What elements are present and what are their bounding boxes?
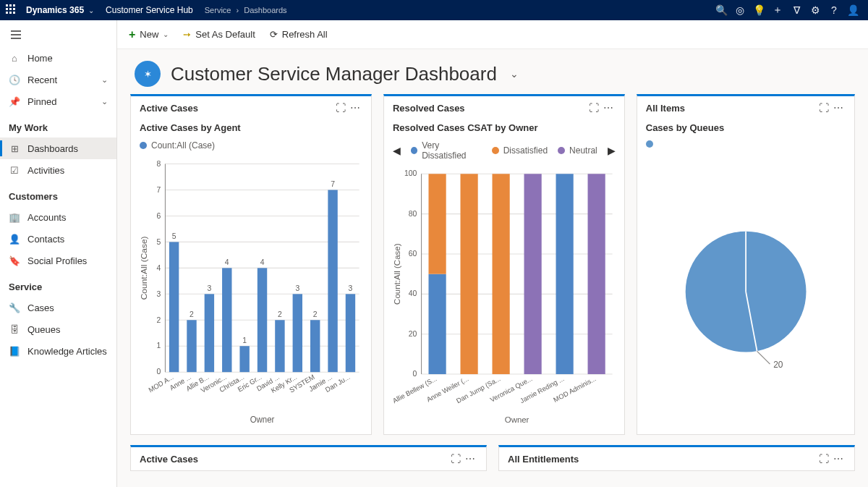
svg-text:4: 4 [225, 258, 229, 266]
sidebar-item-label: Accounts [27, 212, 108, 223]
svg-text:Owner: Owner [250, 415, 275, 424]
sidebar-item-contacts[interactable]: 👤 Contacts [0, 228, 116, 250]
sidebar-item-kb[interactable]: 📘 Knowledge Articles [0, 340, 116, 362]
chart-legend: ◀ Very Dissatisfied Dissatisfied Neutral… [384, 137, 624, 165]
svg-text:0: 0 [156, 367, 161, 376]
lightbulb-icon[interactable]: 💡 [749, 4, 768, 16]
sidebar-item-accounts[interactable]: 🏢 Accounts [0, 206, 116, 228]
contacts-icon: 👤 [9, 233, 20, 245]
chevron-down-icon[interactable]: ⌄ [510, 68, 519, 80]
svg-text:1: 1 [242, 336, 247, 344]
sidebar-item-pinned[interactable]: 📌 Pinned ⌄ [0, 90, 116, 112]
svg-rect-28 [205, 294, 214, 372]
card-title: Active Cases [140, 103, 333, 114]
chart-legend: Count:All (Case) [131, 137, 371, 155]
chart-legend [637, 137, 854, 152]
new-button[interactable]: + New ⌄ [129, 28, 169, 41]
add-icon[interactable]: ＋ [768, 4, 787, 17]
user-avatar-icon[interactable]: 👤 [843, 4, 862, 16]
more-icon[interactable]: ⋯ [831, 453, 846, 465]
accounts-icon: 🏢 [9, 211, 20, 223]
sidebar-item-queues[interactable]: 🗄 Queues [0, 318, 116, 340]
expand-icon[interactable]: ⛶ [817, 453, 831, 465]
sidebar-item-label: Social Profiles [27, 255, 108, 266]
pie-label: 20 [773, 360, 783, 370]
expand-icon[interactable]: ⛶ [448, 453, 463, 465]
kb-icon: 📘 [9, 345, 20, 357]
svg-rect-34 [239, 346, 249, 372]
card-title: Active Cases [140, 454, 448, 465]
card-title: All Entitlements [508, 454, 817, 465]
legend-prev-icon[interactable]: ◀ [393, 145, 401, 156]
more-icon[interactable]: ⋯ [348, 102, 362, 114]
expand-icon[interactable]: ⛶ [587, 102, 601, 114]
svg-text:3: 3 [349, 284, 353, 292]
activities-icon: ☑ [9, 164, 20, 176]
card-active-cases-2: Active Cases ⛶ ⋯ [130, 445, 487, 471]
svg-text:1: 1 [156, 341, 161, 350]
sidebar-group-service: Service [0, 271, 116, 297]
legend-label: Neutral [569, 145, 597, 156]
svg-text:Owner: Owner [505, 415, 529, 424]
chevron-down-icon[interactable]: ⌄ [101, 75, 108, 85]
sidebar-item-home[interactable]: ⌂ Home [0, 47, 116, 69]
pin-icon: ➙ [183, 29, 191, 40]
set-default-button[interactable]: ➙ Set As Default [183, 29, 255, 40]
app-launcher-icon[interactable] [6, 4, 17, 16]
chevron-down-icon[interactable]: ⌄ [88, 7, 94, 14]
svg-text:Count:All (Case): Count:All (Case) [393, 243, 401, 305]
sidebar-item-cases[interactable]: 🔧 Cases [0, 297, 116, 318]
sidebar-item-social[interactable]: 🔖 Social Profiles [0, 250, 116, 271]
refresh-button[interactable]: ⟳ Refresh All [270, 29, 328, 40]
card-resolved-cases: Resolved Cases ⛶ ⋯ Resolved Cases CSAT b… [383, 94, 625, 435]
legend-label: Dissatisfied [503, 145, 548, 156]
more-icon[interactable]: ⋯ [463, 453, 477, 465]
sidebar-item-label: Dashboards [27, 143, 108, 154]
sidebar-item-label: Cases [27, 302, 108, 313]
cases-icon: 🔧 [9, 302, 20, 313]
app-name[interactable]: Dynamics 365 [26, 5, 84, 15]
sidebar-item-recent[interactable]: 🕓 Recent ⌄ [0, 69, 116, 90]
expand-icon[interactable]: ⛶ [817, 102, 831, 114]
expand-icon[interactable]: ⛶ [333, 102, 348, 114]
svg-rect-75 [492, 174, 509, 374]
filter-icon[interactable]: ∇ [787, 4, 806, 16]
page-title: Customer Service Manager Dashboard [171, 63, 497, 85]
hamburger-icon[interactable] [0, 25, 116, 47]
svg-rect-52 [346, 294, 355, 372]
settings-icon[interactable]: ⚙ [806, 4, 825, 16]
hub-name[interactable]: Customer Service Hub [106, 5, 193, 15]
chevron-down-icon[interactable]: ⌄ [163, 30, 169, 38]
card-all-items: All Items ⛶ ⋯ Cases by Queues [637, 94, 855, 435]
chevron-down-icon[interactable]: ⌄ [101, 97, 108, 106]
dashboard-icon: ⊞ [9, 143, 20, 154]
svg-text:5: 5 [172, 232, 176, 240]
card-active-cases: Active Cases ⛶ ⋯ Active Cases by Agent C… [130, 94, 372, 435]
breadcrumb-service[interactable]: Service [205, 6, 231, 14]
svg-rect-37 [258, 268, 267, 372]
queues-icon: 🗄 [9, 323, 20, 335]
svg-text:5: 5 [156, 237, 161, 245]
sidebar-item-activities[interactable]: ☑ Activities [0, 159, 116, 181]
sidebar-group-customers: Customers [0, 181, 116, 206]
svg-rect-81 [587, 174, 605, 374]
cmd-label: New [140, 29, 158, 40]
svg-text:2: 2 [190, 310, 194, 318]
svg-text:7: 7 [156, 185, 161, 194]
refresh-icon: ⟳ [270, 29, 278, 40]
svg-rect-22 [169, 242, 179, 372]
search-icon[interactable]: 🔍 [712, 4, 731, 16]
svg-rect-43 [293, 294, 302, 372]
breadcrumb-dashboards[interactable]: Dashboards [244, 6, 286, 14]
svg-text:4: 4 [156, 263, 161, 271]
svg-text:2: 2 [278, 310, 282, 318]
more-icon[interactable]: ⋯ [831, 102, 846, 114]
task-icon[interactable]: ◎ [731, 4, 749, 16]
more-icon[interactable]: ⋯ [601, 102, 616, 114]
sidebar-item-dashboards[interactable]: ⊞ Dashboards [0, 137, 116, 159]
help-icon[interactable]: ? [825, 4, 843, 16]
plus-icon: + [129, 28, 135, 41]
legend-label: Count:All (Case) [151, 140, 215, 151]
pin-icon: 📌 [9, 96, 20, 107]
legend-next-icon[interactable]: ▶ [608, 145, 616, 156]
